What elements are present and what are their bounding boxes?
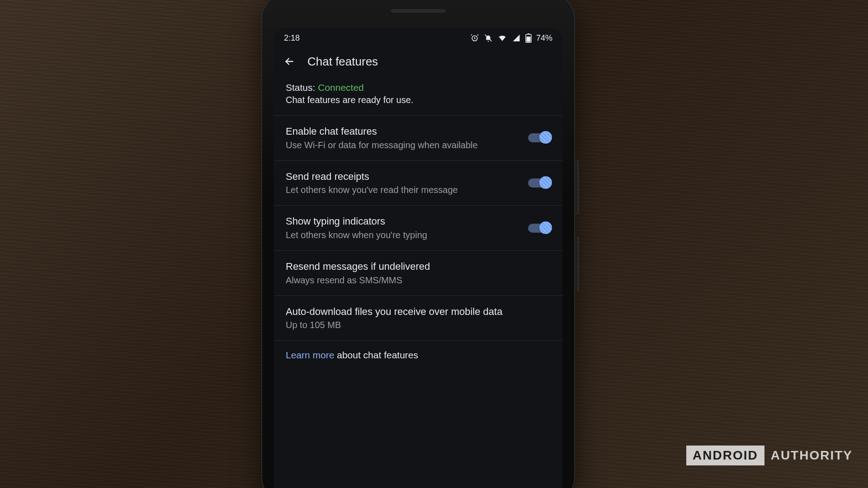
setting-send-read-receipts[interactable]: Send read receipts Let others know you'v… <box>274 160 562 206</box>
setting-subtitle: Let others know when you're typing <box>286 229 520 241</box>
earpiece-speaker <box>391 9 445 13</box>
setting-title: Show typing indicators <box>286 215 520 228</box>
learn-more-link[interactable]: Learn more <box>286 350 334 360</box>
toggle-enable-chat-features[interactable] <box>528 133 551 142</box>
setting-enable-chat-features[interactable]: Enable chat features Use Wi-Fi or data f… <box>274 115 562 160</box>
status-value: Connected <box>318 82 364 93</box>
cell-signal-icon <box>512 33 521 42</box>
watermark-brand: ANDROID <box>686 446 764 465</box>
setting-auto-download[interactable]: Auto-download files you receive over mob… <box>274 296 562 341</box>
status-row: Status: Connected Chat features are read… <box>274 79 562 115</box>
settings-list: Status: Connected Chat features are read… <box>274 79 562 370</box>
learn-more-row[interactable]: Learn more about chat features <box>274 340 562 370</box>
volume-up-button[interactable] <box>575 160 579 214</box>
setting-subtitle: Let others know you've read their messag… <box>286 184 520 196</box>
toggle-show-typing-indicators[interactable] <box>528 224 551 233</box>
back-button[interactable] <box>282 54 297 69</box>
status-bar: 2:18 7 <box>274 28 562 48</box>
status-icons: 74% <box>470 33 552 43</box>
status-line: Status: Connected <box>286 82 551 93</box>
toggle-send-read-receipts[interactable] <box>528 178 551 188</box>
setting-show-typing-indicators[interactable]: Show typing indicators Let others know w… <box>274 205 562 250</box>
battery-icon <box>525 33 532 43</box>
phone-frame: 2:18 7 <box>261 0 575 488</box>
alarm-icon <box>470 33 479 42</box>
setting-subtitle: Use Wi-Fi or data for messaging when ava… <box>286 139 520 151</box>
arrow-left-icon <box>283 56 295 67</box>
setting-resend-messages[interactable]: Resend messages if undelivered Always re… <box>274 250 562 296</box>
setting-subtitle: Always resend as SMS/MMS <box>286 274 551 286</box>
watermark-word: AUTHORITY <box>764 446 853 465</box>
setting-title: Send read receipts <box>286 170 520 183</box>
status-time: 2:18 <box>284 33 300 43</box>
status-label: Status: <box>286 82 318 93</box>
svg-rect-4 <box>526 37 530 42</box>
page-title: Chat features <box>307 55 378 69</box>
app-bar: Chat features <box>274 48 562 79</box>
scene-root: 2:18 7 <box>0 0 868 488</box>
watermark: ANDROID AUTHORITY <box>686 446 853 465</box>
volume-down-button[interactable] <box>575 237 579 291</box>
learn-more-rest: about chat features <box>334 350 418 360</box>
phone-screen: 2:18 7 <box>274 28 562 488</box>
wifi-icon <box>497 33 507 42</box>
setting-title: Resend messages if undelivered <box>286 260 551 273</box>
setting-subtitle: Up to 105 MB <box>286 319 551 331</box>
setting-title: Auto-download files you receive over mob… <box>286 305 551 319</box>
battery-percentage: 74% <box>536 33 552 43</box>
notifications-off-icon <box>484 33 493 42</box>
status-subtitle: Chat features are ready for use. <box>286 94 551 106</box>
svg-rect-3 <box>528 33 529 34</box>
setting-title: Enable chat features <box>286 125 520 138</box>
